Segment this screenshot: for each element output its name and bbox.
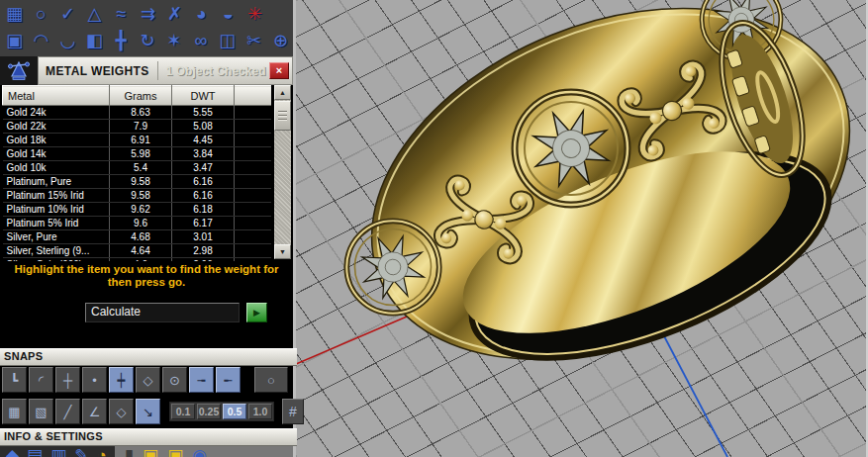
table-cell: 5.4 [110,161,172,175]
on-line-snap-icon[interactable]: ╼ [189,367,214,393]
table-row[interactable]: Silver, Pure4.683.01 [3,230,272,244]
scroll-thumb[interactable] [274,101,291,131]
table-cell: Platinum, Pure [3,175,110,189]
table-row[interactable]: Platinum 5% Irid9.66.17 [3,217,272,230]
globe-icon[interactable]: ⊕ [268,29,293,53]
calculate-dropdown[interactable]: Calculate [85,303,240,322]
table-cell: 5.55 [172,106,235,120]
instruction-text: Highlight the item you want to find the … [0,263,293,289]
table-row[interactable]: Gold 24k8.635.55 [3,106,272,120]
table-cell: 6.91 [110,134,172,147]
scroll-down-icon[interactable]: ▼ [274,244,291,259]
surface-grid-icon[interactable]: ▦ [2,2,27,27]
cone-curve-icon[interactable]: △ [82,2,107,27]
table-cell: Gold 10k [3,161,110,175]
table-cell: 7.9 [110,120,172,134]
table-row[interactable]: Gold 18k6.914.45 [3,134,272,147]
table-cell: 6.16 [172,189,235,203]
grid-snap-icon[interactable]: ▦ [2,399,27,424]
ring-model[interactable] [296,0,866,457]
table-cell-blank [235,203,272,217]
rotate-icon[interactable]: ↻ [136,29,160,53]
snaps-section-header[interactable]: SNAPS [0,348,297,366]
axis-snap-icon[interactable]: ↘ [136,399,160,424]
table-cell: Gold 24k [3,106,110,120]
table-row[interactable]: Gold 22k7.95.08 [3,120,272,134]
intersection-snap-icon[interactable]: ┼ [55,367,80,393]
go-button[interactable]: ▶ [246,303,267,322]
midpoint-snap-icon[interactable]: ┿ [109,367,134,393]
table-row[interactable]: Platinum 15% Irid9.586.16 [3,189,272,203]
table-cell: 9.62 [110,203,172,217]
panel-divider [293,0,296,457]
explode-icon[interactable]: ✶ [161,29,186,53]
viewport-3d[interactable] [296,0,866,457]
arc-point-icon[interactable]: ◡ [55,29,80,53]
table-cell: Gold 18k [3,134,110,147]
table-row[interactable]: Platinum 10% Irid9.626.18 [3,203,272,217]
line-point-snap-icon[interactable]: ╱ [55,399,80,424]
snaps-row-1: ┗◜┼•┿◇⊙╼╾○ [2,367,288,393]
toolbar-row-1: ▦○✓△≈⇉✗◕◒✳ [2,1,293,28]
move-icon[interactable]: ╋ [109,29,134,53]
table-cell-blank [235,230,272,244]
table-cell: 6.18 [172,203,235,217]
link-icon[interactable]: ∞ [188,29,213,53]
table-row[interactable]: Gold 14k5.983.84 [3,147,272,161]
step-0-1-button[interactable]: 0.1 [171,404,195,419]
trim-scissors-icon[interactable]: ✂ [241,29,266,53]
table-row[interactable]: Silver, Sterling (9...4.642.98 [3,244,272,258]
step-value-group: 0.10.250.51.0 [169,402,274,421]
table-cell: Gold 14k [3,147,110,161]
table-cell: 3.01 [172,230,235,244]
table-cell: 9.58 [110,189,172,203]
on-curve-snap-icon[interactable]: ╾ [216,367,241,393]
vertex-snap-icon[interactable]: ▧ [29,399,53,424]
sphere-curve-icon[interactable]: ◕ [189,2,214,27]
quad-snap-icon[interactable]: ◇ [136,367,160,393]
flower-icon[interactable]: ✳ [242,2,267,27]
angle-snap-icon[interactable]: ∠ [82,399,107,424]
col-header-grams[interactable]: Grams [110,86,172,106]
table-clip: Metal Grams DWT Gold 24k8.635.55Gold 22k… [2,85,271,261]
table-row[interactable]: Gold 10k5.43.47 [3,161,272,175]
check-icon[interactable]: ✓ [55,2,80,27]
arc-icon[interactable]: ◠ [29,29,53,53]
step-0-5-button[interactable]: 0.5 [223,404,246,419]
end-snap-icon[interactable]: ┗ [2,367,27,393]
close-button[interactable]: × [269,62,289,79]
col-header-metal[interactable]: Metal [3,86,110,106]
profile-delete-icon[interactable]: ✗ [162,2,187,27]
grid-settings-icon[interactable]: # [282,399,304,424]
center-snap-icon[interactable]: ⊙ [162,367,187,393]
split-icon[interactable]: ◫ [215,29,240,53]
mirror-profile-icon[interactable]: ◧ [82,29,107,53]
step-1-0-button[interactable]: 1.0 [248,404,272,419]
table-scrollbar[interactable]: ▲ ▼ [274,85,291,259]
circle-select-icon[interactable]: ○ [254,367,288,393]
table-cell: Platinum 10% Irid [3,203,110,217]
table-cell-blank [235,217,272,230]
step-0-25-button[interactable]: 0.25 [197,404,221,419]
table-cell: 6.16 [172,175,235,189]
table-cell: 2.98 [172,244,235,258]
table-cell-blank [235,258,272,262]
planar-snap-icon[interactable]: ◇ [109,399,134,424]
table-row[interactable]: Platinum, Pure9.586.16 [3,175,272,189]
table-row[interactable]: Silver, Coin (900)4.62.96 [3,258,272,262]
info-toolbar-right: ▮▣▣◉ [115,446,293,457]
col-header-dwt[interactable]: DWT [172,86,235,106]
metal-weights-header: METAL WEIGHTS 1 Object Checked × [0,56,293,85]
freeform-curve-icon[interactable]: ≈ [109,2,134,27]
table-cell: Gold 22k [3,120,110,134]
bucket-icon[interactable]: ◒ [216,2,241,27]
table-cell: 3.84 [172,147,235,161]
info-settings-header[interactable]: INFO & SETTINGS [0,428,297,446]
near-snap-icon[interactable]: ◜ [29,367,53,393]
profile-sweep-icon[interactable]: ⇉ [136,2,160,27]
point-snap-icon[interactable]: • [82,367,107,393]
metal-weights-table: Metal Grams DWT Gold 24k8.635.55Gold 22k… [2,85,291,261]
cubes-icon[interactable]: ▣ [2,29,27,53]
circle-icon[interactable]: ○ [29,2,53,27]
scroll-up-icon[interactable]: ▲ [274,85,291,100]
